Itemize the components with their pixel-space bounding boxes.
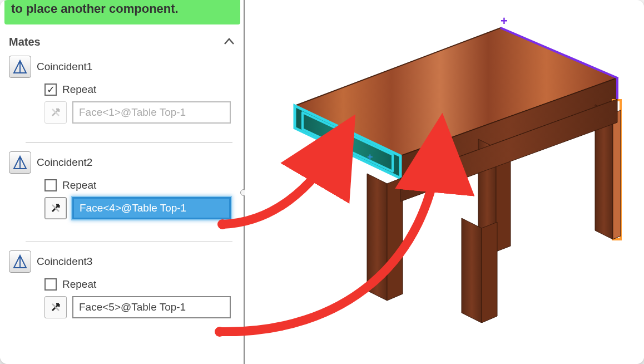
svg-marker-12	[482, 222, 497, 323]
svg-marker-14	[613, 110, 621, 239]
collapse-icon[interactable]	[222, 35, 236, 48]
mate2-title-row[interactable]: Coincident2	[9, 151, 236, 174]
mate1-repeat-row[interactable]: Repeat	[44, 83, 236, 96]
mate2-face-row: Face<4>@Table Top-1	[44, 197, 236, 219]
coincident-icon	[9, 56, 31, 78]
mate-item-3: Coincident3 Repeat Face<5>@Table Top-1	[9, 250, 236, 318]
mate3-body: Repeat Face<5>@Table Top-1	[9, 278, 236, 318]
hint-bar: to place another component.	[4, 0, 240, 24]
svg-text:+: +	[501, 14, 508, 28]
table-leg-front-right[interactable]	[462, 218, 497, 323]
mate3-face-row: Face<5>@Table Top-1	[44, 296, 236, 318]
mate-item-2: Coincident2 Repeat Face<4>@Table Top-1	[9, 151, 236, 219]
mate3-repeat-label: Repeat	[62, 278, 96, 291]
swap-reference-icon[interactable]	[44, 296, 67, 318]
mate2-face-field[interactable]: Face<4>@Table Top-1	[72, 197, 231, 219]
svg-marker-11	[462, 218, 482, 323]
app-window: to place another component. Mates Coinci…	[0, 0, 644, 364]
mate3-repeat-row[interactable]: Repeat	[44, 278, 236, 291]
hint-text: to place another component.	[11, 2, 179, 16]
svg-marker-7	[367, 174, 387, 301]
mate1-repeat-checkbox[interactable]	[44, 83, 57, 96]
mate3-repeat-checkbox[interactable]	[44, 278, 57, 291]
table-assembly: + +	[261, 11, 628, 323]
mate2-body: Repeat Face<4>@Table Top-1	[9, 179, 236, 219]
mate1-title-row[interactable]: Coincident1	[9, 56, 236, 78]
mate2-repeat-checkbox[interactable]	[44, 179, 57, 191]
swap-reference-icon[interactable]	[44, 101, 67, 124]
mate1-name: Coincident1	[37, 61, 92, 73]
3d-viewport[interactable]: + +	[245, 0, 644, 364]
mate3-title-row[interactable]: Coincident3	[9, 250, 236, 273]
mate-item-1: Coincident1 Repeat Face<1>@Table Top-1	[9, 56, 236, 124]
mate3-name: Coincident3	[37, 255, 92, 268]
mate1-face-field[interactable]: Face<1>@Table Top-1	[72, 101, 231, 124]
mate1-body: Repeat Face<1>@Table Top-1	[9, 83, 236, 124]
mate1-repeat-label: Repeat	[62, 83, 96, 96]
svg-text:+: +	[367, 151, 373, 163]
feature-panel: to place another component. Mates Coinci…	[0, 0, 245, 364]
mates-section-title: Mates	[9, 36, 41, 48]
divider-2	[26, 242, 232, 242]
mate2-repeat-label: Repeat	[62, 179, 96, 191]
coincident-icon	[9, 250, 31, 273]
mates-section-header[interactable]: Mates	[9, 32, 236, 51]
table-leg-front-left[interactable]	[367, 174, 403, 301]
swap-reference-icon[interactable]	[44, 197, 67, 219]
mate3-face-field[interactable]: Face<5>@Table Top-1	[72, 296, 231, 318]
coincident-icon	[9, 151, 31, 174]
mate2-repeat-row[interactable]: Repeat	[44, 179, 236, 191]
mate2-name: Coincident2	[37, 156, 92, 169]
mate1-face-row: Face<1>@Table Top-1	[44, 101, 236, 124]
divider-1	[26, 142, 232, 143]
